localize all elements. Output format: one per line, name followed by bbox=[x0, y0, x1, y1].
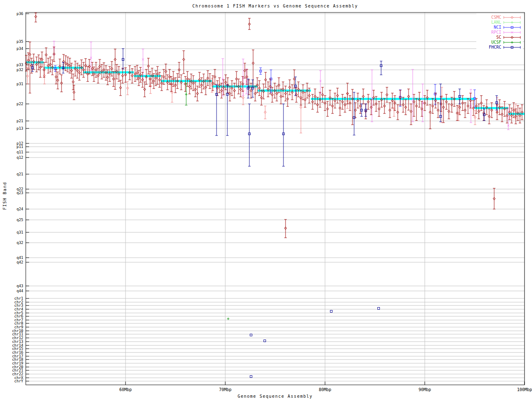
error-bar bbox=[386, 87, 388, 102]
legend-label: CSMC bbox=[491, 15, 501, 20]
error-bar bbox=[288, 80, 291, 95]
error-bar bbox=[326, 101, 329, 116]
band-label: q25 bbox=[17, 218, 23, 222]
error-bar bbox=[264, 72, 267, 87]
error-bar bbox=[464, 103, 466, 118]
error-bar bbox=[442, 100, 445, 123]
square-marker bbox=[250, 376, 252, 378]
error-bar bbox=[321, 87, 324, 102]
error-bar bbox=[415, 99, 418, 121]
error-bar bbox=[250, 83, 252, 98]
error-bar bbox=[182, 51, 185, 74]
band-label: p32 bbox=[17, 68, 23, 72]
band-label: q32 bbox=[17, 241, 23, 245]
band-label: p36 bbox=[17, 12, 23, 16]
band-label: p35 bbox=[17, 39, 23, 44]
band-label: p34 bbox=[17, 47, 23, 51]
error-bar bbox=[207, 71, 209, 86]
error-bar bbox=[490, 103, 493, 118]
legend-label: RPCI bbox=[491, 30, 501, 34]
error-bar bbox=[324, 96, 326, 111]
error-bar bbox=[383, 99, 386, 113]
error-bar bbox=[380, 61, 382, 75]
error-bar bbox=[158, 72, 161, 87]
fish-marker-chart: Chromosome 1 FISH Markers vs Genome Sequ… bbox=[0, 0, 532, 399]
band-label: q24 bbox=[17, 207, 23, 211]
error-bar bbox=[413, 94, 415, 116]
error-bar bbox=[244, 63, 246, 78]
error-bar bbox=[180, 75, 182, 90]
error-bar bbox=[404, 100, 407, 115]
error-bar bbox=[339, 101, 341, 116]
error-bar bbox=[112, 71, 115, 86]
band-label: q23 bbox=[17, 191, 23, 195]
error-bar bbox=[331, 99, 334, 113]
error-bar bbox=[155, 71, 157, 86]
error-bar bbox=[254, 86, 256, 101]
error-bar bbox=[233, 83, 236, 98]
error-bar bbox=[192, 76, 195, 91]
error-bar bbox=[47, 58, 49, 73]
error-bar bbox=[311, 94, 314, 109]
error-bar bbox=[196, 86, 199, 101]
x-tick-label: 80Mbp bbox=[319, 387, 331, 392]
plus-marker bbox=[227, 318, 229, 320]
error-bar bbox=[478, 104, 480, 119]
error-bar bbox=[341, 94, 344, 109]
legend-label: NCI bbox=[494, 25, 501, 30]
legend-label: UCSF bbox=[491, 40, 501, 44]
error-bar bbox=[488, 109, 490, 124]
band-label: q11 bbox=[17, 150, 23, 154]
error-bar bbox=[334, 93, 336, 108]
error-bar bbox=[291, 85, 293, 100]
error-bar bbox=[349, 96, 351, 111]
error-bar bbox=[357, 93, 359, 108]
legend-label: FHCRC bbox=[489, 45, 501, 49]
error-bar bbox=[411, 69, 414, 122]
error-bar bbox=[475, 99, 478, 113]
band-label: chrY bbox=[14, 379, 23, 383]
error-bar bbox=[314, 89, 316, 104]
error-bar bbox=[114, 49, 116, 89]
error-bar bbox=[434, 93, 437, 108]
error-bar bbox=[29, 42, 31, 93]
band-label: q31 bbox=[17, 230, 23, 234]
band-label: q43 bbox=[17, 284, 23, 288]
error-bar bbox=[378, 101, 380, 116]
error-bar bbox=[118, 66, 120, 81]
error-bar bbox=[160, 76, 163, 91]
error-bar bbox=[508, 105, 511, 120]
band-label: q21 bbox=[17, 172, 23, 176]
error-bar bbox=[174, 78, 177, 93]
error-bar bbox=[354, 103, 357, 118]
x-tick-label: 90Mbp bbox=[419, 387, 431, 392]
plot-border bbox=[26, 12, 525, 385]
band-label: p33 bbox=[17, 63, 23, 67]
error-bar bbox=[276, 86, 278, 101]
error-bar bbox=[329, 90, 331, 105]
error-bar bbox=[336, 88, 339, 103]
error-bar bbox=[521, 105, 523, 120]
band-label: q12 bbox=[17, 155, 23, 160]
error-bar bbox=[34, 13, 37, 22]
error-bar bbox=[426, 90, 429, 105]
error-bar bbox=[424, 96, 426, 111]
band-label: q44 bbox=[17, 289, 23, 293]
square-marker bbox=[330, 310, 332, 313]
band-label: p21 bbox=[17, 119, 23, 123]
error-bar bbox=[271, 87, 273, 102]
band-label: p11 bbox=[17, 145, 23, 149]
error-bar bbox=[431, 99, 434, 113]
error-bar bbox=[391, 93, 394, 108]
error-bar bbox=[397, 105, 399, 120]
legend-label: LANL bbox=[491, 20, 501, 25]
error-bar bbox=[97, 68, 99, 83]
error-bar bbox=[448, 104, 450, 119]
error-bar bbox=[126, 81, 129, 95]
error-bar bbox=[372, 90, 375, 105]
error-bar bbox=[214, 69, 216, 84]
x-tick-label: 100Mbp bbox=[517, 387, 532, 392]
error-bar bbox=[121, 68, 124, 83]
band-label: p22 bbox=[17, 102, 23, 106]
plus-marker bbox=[185, 93, 187, 96]
